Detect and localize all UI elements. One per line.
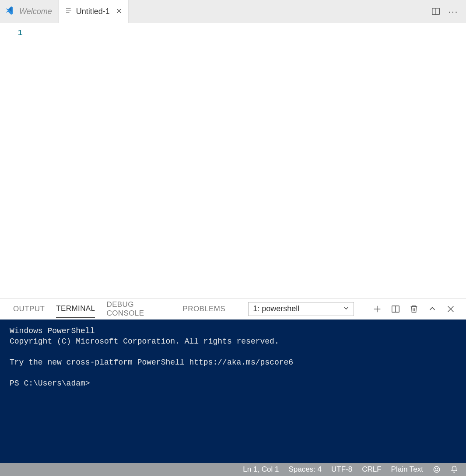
terminal-line: Copyright (C) Microsoft Corporation. All… (10, 337, 279, 346)
status-encoding[interactable]: UTF-8 (331, 465, 352, 474)
status-eol[interactable]: CRLF (362, 465, 381, 474)
svg-point-15 (434, 466, 440, 473)
terminal-line: Try the new cross-platform PowerShell ht… (10, 358, 293, 367)
bottom-panel: OUTPUT TERMINAL DEBUG CONSOLE PROBLEMS 1… (0, 299, 466, 463)
more-actions-icon[interactable]: ··· (448, 7, 458, 16)
tab-welcome-label: Welcome (19, 7, 52, 16)
feedback-icon[interactable] (433, 466, 441, 473)
status-language[interactable]: Plain Text (391, 465, 423, 474)
terminal-line: Windows PowerShell (10, 327, 95, 335)
tab-bar: Welcome Untitled-1 ··· (0, 0, 466, 23)
panel-tab-output[interactable]: OUTPUT (13, 300, 45, 318)
notifications-icon[interactable] (450, 466, 458, 473)
line-number-gutter: 1 (0, 23, 31, 298)
close-panel-icon[interactable] (446, 304, 455, 314)
maximize-panel-icon[interactable] (427, 304, 437, 314)
panel-tab-terminal[interactable]: TERMINAL (56, 300, 95, 318)
terminal-body[interactable]: Windows PowerShell Copyright (C) Microso… (0, 320, 466, 463)
line-number: 1 (0, 28, 23, 38)
panel-tab-problems[interactable]: PROBLEMS (182, 300, 225, 318)
terminal-selector[interactable]: 1: powershell (248, 302, 354, 316)
code-text-area[interactable] (31, 23, 466, 298)
panel-tab-debug-console[interactable]: DEBUG CONSOLE (106, 296, 171, 322)
panel-actions (372, 304, 455, 314)
vscode-logo-icon (6, 6, 16, 17)
status-bar: Ln 1, Col 1 Spaces: 4 UTF-8 CRLF Plain T… (0, 463, 466, 476)
close-tab-icon[interactable] (116, 7, 122, 16)
chevron-down-icon (343, 304, 349, 313)
status-spaces[interactable]: Spaces: 4 (288, 465, 322, 474)
tab-bar-actions: ··· (423, 0, 466, 23)
tab-welcome[interactable]: Welcome (0, 0, 59, 23)
svg-point-16 (435, 469, 436, 469)
status-ln-col[interactable]: Ln 1, Col 1 (243, 465, 279, 474)
panel-header: OUTPUT TERMINAL DEBUG CONSOLE PROBLEMS 1… (0, 299, 466, 320)
editor-area[interactable]: 1 (0, 23, 466, 299)
kill-terminal-icon[interactable] (409, 304, 419, 314)
terminal-selector-label: 1: powershell (253, 304, 299, 313)
new-terminal-icon[interactable] (372, 304, 382, 314)
split-editor-icon[interactable] (431, 7, 441, 16)
file-icon (65, 7, 73, 17)
terminal-prompt: PS C:\Users\adam> (10, 379, 90, 388)
tab-untitled-label: Untitled-1 (76, 7, 110, 16)
split-terminal-icon[interactable] (391, 304, 400, 314)
tab-untitled[interactable]: Untitled-1 (59, 0, 129, 23)
svg-point-17 (438, 469, 438, 469)
